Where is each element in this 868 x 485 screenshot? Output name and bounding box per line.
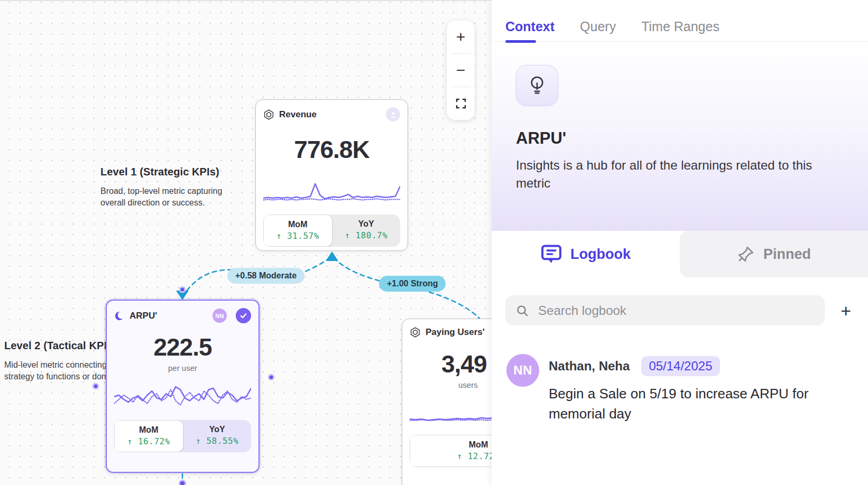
edge-label-moderate[interactable]: +0.58 Moderate bbox=[227, 268, 304, 284]
entry-author: Nathan, Neha bbox=[549, 359, 630, 374]
metric-name-heading: ARPU' bbox=[516, 129, 844, 148]
metric-value: 3,49 bbox=[410, 350, 492, 378]
panel-tab-bar: Context Query Time Ranges bbox=[492, 0, 868, 42]
entry-date-badge: 05/14/2025 bbox=[641, 356, 719, 376]
crescent-moon-icon bbox=[114, 311, 125, 321]
mom-label: MoM bbox=[410, 440, 492, 450]
mom-toggle[interactable]: MoM ↑ 12.72% bbox=[410, 435, 492, 467]
tab-pinned[interactable]: Pinned bbox=[680, 231, 868, 277]
mom-toggle[interactable]: MoM ↑ 16.72% bbox=[114, 420, 183, 452]
tab-time-ranges[interactable]: Time Ranges bbox=[641, 19, 719, 34]
mom-label: MoM bbox=[115, 425, 183, 435]
yoy-label: YoY bbox=[333, 219, 401, 229]
tab-pinned-label: Pinned bbox=[763, 246, 811, 263]
logbook-comment-icon bbox=[541, 244, 562, 264]
sparkline-chart bbox=[263, 178, 400, 205]
fullscreen-icon bbox=[456, 98, 466, 109]
metric-card-paying-users[interactable]: Paying Users' 3,49 users MoM ↑ 12.72% bbox=[402, 319, 492, 485]
fit-view-button[interactable] bbox=[447, 87, 475, 120]
metric-value: 776.8K bbox=[263, 135, 400, 164]
metric-card-arpu[interactable]: ARPU' NN 222.5 per user MoM ↑ 16.72% YoY… bbox=[106, 300, 260, 473]
tab-logbook[interactable]: Logbook bbox=[492, 231, 680, 277]
mom-value: ↑ 16.72% bbox=[115, 436, 183, 446]
metric-value: 222.5 bbox=[114, 333, 251, 361]
logbook-entry[interactable]: NN Nathan, Neha 05/14/2025 Begin a Sale … bbox=[492, 325, 868, 424]
active-tab-underline bbox=[505, 40, 536, 43]
metric-description: Insights is a hub for all of the learnin… bbox=[516, 156, 828, 192]
zoom-in-button[interactable]: + bbox=[447, 21, 475, 53]
lightbulb-icon bbox=[528, 75, 547, 96]
logbook-search-box[interactable] bbox=[505, 295, 825, 325]
tab-query[interactable]: Query bbox=[580, 19, 616, 34]
entry-message: Begin a Sale on 5/19 to increase ARPU fo… bbox=[549, 384, 829, 424]
metric-tree-app: Level 1 (Strategic KPIs) Broad, top-leve… bbox=[0, 0, 868, 485]
yoy-value: ↑ 180.7% bbox=[333, 230, 401, 240]
sparkline-chart bbox=[114, 380, 251, 411]
logbook-tab-bar: Logbook Pinned bbox=[492, 231, 868, 277]
yoy-label: YoY bbox=[183, 425, 252, 434]
tab-logbook-label: Logbook bbox=[570, 246, 631, 263]
zoom-out-button[interactable]: − bbox=[447, 54, 475, 87]
sparkline-chart bbox=[410, 398, 492, 425]
tab-context[interactable]: Context bbox=[505, 19, 555, 34]
handle-arpu-right[interactable] bbox=[269, 375, 274, 380]
yoy-toggle[interactable]: YoY ↑ 180.7% bbox=[333, 214, 401, 247]
mom-toggle[interactable]: MoM ↑ 31.57% bbox=[263, 214, 333, 247]
metric-card-revenue[interactable]: Revenue 776.8K MoM ↑ 31.57% YoY ↑ 180.7% bbox=[255, 99, 408, 251]
search-logbook-input[interactable] bbox=[538, 303, 814, 318]
mom-value: ↑ 12.72% bbox=[410, 451, 492, 461]
canvas-zoom-controls: + − bbox=[447, 21, 475, 120]
owner-avatar-icon[interactable] bbox=[386, 107, 400, 122]
mom-label: MoM bbox=[264, 220, 332, 229]
handle-arpu-bottom[interactable] bbox=[179, 480, 186, 485]
yoy-value: ↑ 58.55% bbox=[183, 436, 252, 446]
metric-hero: ARPU' Insights is a hub for all of the l… bbox=[492, 42, 868, 231]
handle-arpu-left[interactable] bbox=[93, 384, 98, 389]
handle-arpu-top[interactable] bbox=[180, 287, 185, 292]
search-icon bbox=[516, 304, 529, 318]
edge-label-strong[interactable]: +1.00 Strong bbox=[379, 276, 446, 292]
entry-avatar: NN bbox=[506, 354, 539, 387]
arrowhead-into-revenue bbox=[326, 251, 338, 261]
hexagon-metric-icon bbox=[263, 109, 274, 120]
add-log-entry-button[interactable]: + bbox=[838, 302, 853, 320]
collaborator-badge[interactable]: NN bbox=[213, 309, 227, 323]
metric-canvas[interactable]: Level 1 (Strategic KPIs) Broad, top-leve… bbox=[0, 0, 492, 485]
logbook-search-row: + bbox=[492, 277, 868, 325]
card-title: Paying Users' bbox=[426, 327, 492, 338]
mom-value: ↑ 31.57% bbox=[264, 231, 332, 241]
verified-check-icon[interactable] bbox=[236, 308, 251, 323]
pushpin-icon bbox=[737, 245, 755, 263]
card-title: Revenue bbox=[279, 109, 381, 120]
context-panel: Context Query Time Ranges ARPU' Insights… bbox=[492, 0, 868, 485]
hexagon-metric-icon bbox=[410, 327, 421, 338]
insight-icon-tile bbox=[516, 65, 558, 106]
metric-unit: users bbox=[410, 380, 492, 389]
metric-unit: per user bbox=[114, 363, 251, 372]
card-title: ARPU' bbox=[130, 311, 208, 321]
yoy-toggle[interactable]: YoY ↑ 58.55% bbox=[183, 420, 252, 452]
